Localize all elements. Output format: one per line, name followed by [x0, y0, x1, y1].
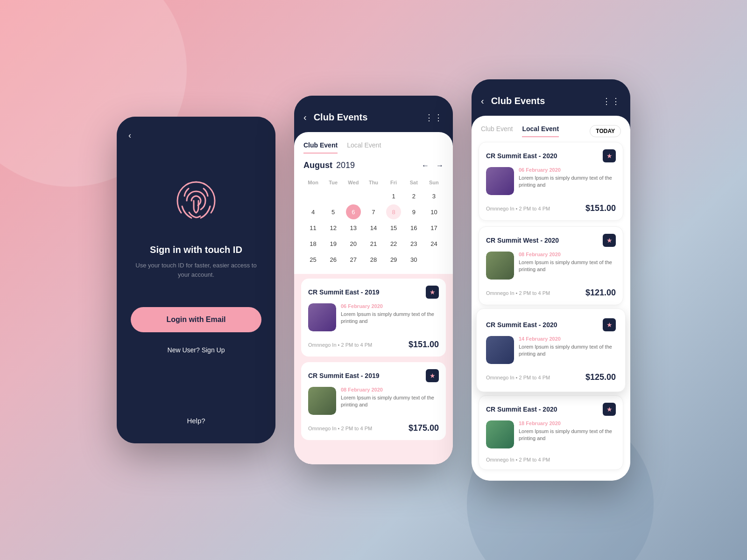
dots-menu-3[interactable]: ⋮⋮ [602, 96, 621, 106]
event-price: $121.00 [585, 288, 616, 298]
event-title: CR Summit East - 2020 [486, 321, 557, 329]
event-card-body: 06 February 2020 Lorem Ipsum is simply d… [308, 303, 439, 331]
tab-club-event-3[interactable]: Club Event [481, 125, 513, 137]
event-image [486, 167, 514, 195]
sign-in-subtitle: Use your touch ID for faster, easier acc… [131, 261, 261, 279]
cal-day[interactable]: 3 [426, 189, 441, 203]
events-title-2: Club Events [314, 112, 425, 123]
cal-day[interactable]: 30 [406, 252, 421, 267]
cal-day[interactable]: 16 [406, 220, 421, 235]
event-card-body: 06 February 2020 Lorem Ipsum is simply d… [486, 167, 616, 195]
bookmark-icon[interactable]: ★ [426, 286, 439, 299]
today-button[interactable]: TODAY [590, 125, 621, 137]
cal-day[interactable]: 21 [366, 236, 381, 251]
cal-day [306, 189, 321, 203]
event-card-body: 08 February 2020 Lorem Ipsum is simply d… [486, 252, 616, 280]
event-details: 18 February 2020 Lorem Ipsum is simply d… [519, 420, 616, 448]
events-list-3: CR Summit East - 2020 ★ 06 February 2020… [472, 137, 630, 481]
cal-day[interactable]: 20 [346, 236, 361, 251]
events-body-3: Club Event Local Event TODAY CR Summit E… [472, 116, 630, 481]
event-card-3[interactable]: CR Summit East - 2020 ★ 18 February 2020… [479, 395, 623, 470]
event-date: 14 February 2020 [519, 336, 616, 342]
cal-day[interactable]: 18 [306, 236, 321, 251]
cal-day[interactable]: 1 [386, 189, 401, 203]
cal-day-6[interactable]: 6 [346, 204, 361, 219]
event-card[interactable]: CR Summit East - 2019 ★ 08 February 2020… [301, 362, 446, 440]
cal-day[interactable]: 4 [306, 204, 321, 219]
event-card-body: 14 February 2020 Lorem Ipsum is simply d… [486, 336, 616, 364]
event-details: 06 February 2020 Lorem Ipsum is simply d… [341, 303, 439, 331]
login-screen: ‹ Sign in with touch ID Use your touch I… [117, 117, 275, 443]
event-card-3[interactable]: CR Summit West - 2020 ★ 08 February 2020… [479, 226, 623, 305]
events-header-3: ‹ Club Events ⋮⋮ [472, 79, 630, 116]
event-card-header: CR Summit East - 2019 ★ [308, 369, 439, 382]
tab-local-event-3[interactable]: Local Event [522, 125, 559, 137]
event-image [486, 420, 514, 448]
cal-day-8[interactable]: 8 [386, 204, 401, 219]
cal-day[interactable]: 9 [406, 204, 421, 219]
event-location: Omnnego In • 2 PM to 4 PM [486, 375, 550, 380]
bookmark-icon[interactable]: ★ [603, 149, 616, 162]
event-desc: Lorem Ipsum is simply dummy text of the … [519, 428, 616, 442]
next-month-button[interactable]: → [436, 161, 444, 170]
help-link[interactable]: Help? [187, 417, 205, 425]
cal-day[interactable]: 28 [366, 252, 381, 267]
cal-day[interactable]: 11 [306, 220, 321, 235]
back-button-2[interactable]: ‹ [303, 112, 307, 123]
cal-day[interactable]: 12 [326, 220, 341, 235]
cal-day[interactable]: 2 [406, 189, 421, 203]
cal-day[interactable]: 23 [406, 236, 421, 251]
cal-day[interactable]: 15 [386, 220, 401, 235]
event-card-header: CR Summit East - 2020 ★ [486, 403, 616, 416]
back-button-3[interactable]: ‹ [481, 96, 484, 106]
cal-day[interactable]: 26 [326, 252, 341, 267]
cal-day[interactable]: 17 [426, 220, 441, 235]
prev-month-button[interactable]: ← [422, 161, 429, 170]
cal-day[interactable]: 27 [346, 252, 361, 267]
cal-day[interactable]: 19 [326, 236, 341, 251]
dots-menu-2[interactable]: ⋮⋮ [425, 112, 444, 123]
event-card-3-elevated[interactable]: CR Summit East - 2020 ★ 14 February 2020… [476, 308, 626, 392]
back-button[interactable]: ‹ [128, 131, 131, 140]
weekday-sun: Sun [424, 177, 444, 188]
cal-day[interactable]: 29 [386, 252, 401, 267]
cal-day[interactable]: 24 [426, 236, 441, 251]
event-date: 06 February 2020 [519, 167, 616, 173]
event-title: CR Summit East - 2019 [308, 372, 380, 379]
event-card-3[interactable]: CR Summit East - 2020 ★ 06 February 2020… [479, 142, 623, 221]
calendar-header: August 2019 ← → [303, 161, 444, 170]
event-location: Omnnego In • 2 PM to 4 PM [308, 426, 372, 431]
bookmark-icon[interactable]: ★ [603, 403, 616, 416]
weekday-mon: Mon [303, 177, 323, 188]
bookmark-icon[interactable]: ★ [603, 234, 616, 247]
cal-day[interactable]: 5 [326, 204, 341, 219]
weekday-sat: Sat [404, 177, 423, 188]
event-date: 06 February 2020 [341, 303, 439, 309]
weekday-wed: Wed [344, 177, 363, 188]
event-title: CR Summit East - 2020 [486, 152, 557, 160]
bookmark-icon[interactable]: ★ [603, 318, 616, 331]
tab-local-event-2[interactable]: Local Event [347, 141, 381, 154]
event-title: CR Summit East - 2019 [308, 288, 380, 296]
event-price: $151.00 [409, 340, 439, 350]
cal-day[interactable]: 10 [426, 204, 441, 219]
event-location: Omnnego In • 2 PM to 4 PM [308, 342, 372, 348]
tab-club-event-2[interactable]: Club Event [303, 141, 338, 154]
cal-day[interactable]: 25 [306, 252, 321, 267]
event-card[interactable]: CR Summit East - 2019 ★ 06 February 2020… [301, 279, 446, 357]
event-image [486, 252, 514, 280]
event-desc: Lorem Ipsum is simply dummy text of the … [519, 343, 616, 358]
event-details: 08 February 2020 Lorem Ipsum is simply d… [341, 387, 439, 415]
event-location: Omnnego In • 2 PM to 4 PM [486, 290, 550, 296]
weekday-fri: Fri [384, 177, 403, 188]
event-title: CR Summit East - 2020 [486, 406, 557, 413]
login-email-button[interactable]: Login with Email [131, 307, 261, 332]
cal-day[interactable]: 7 [366, 204, 381, 219]
event-card-body: 08 February 2020 Lorem Ipsum is simply d… [308, 387, 439, 415]
new-user-link[interactable]: New User? Sign Up [168, 346, 225, 354]
cal-day[interactable]: 14 [366, 220, 381, 235]
bookmark-icon[interactable]: ★ [426, 369, 439, 382]
event-card-footer: Omnnego In • 2 PM to 4 PM $125.00 [486, 369, 616, 382]
cal-day[interactable]: 13 [346, 220, 361, 235]
cal-day[interactable]: 22 [386, 236, 401, 251]
